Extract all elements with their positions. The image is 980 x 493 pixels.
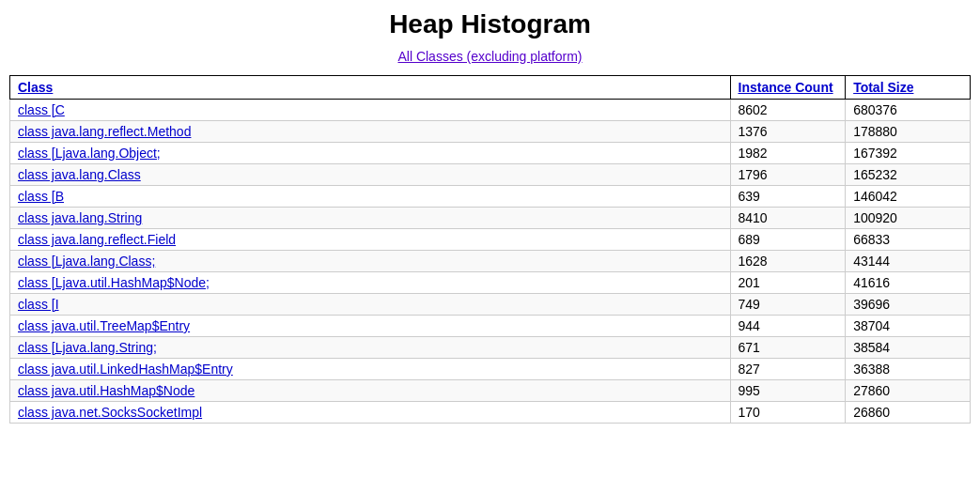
cell-instance-count: 689	[730, 229, 846, 251]
cell-instance-count: 1628	[730, 251, 846, 272]
table-row: class [Ljava.lang.String;67138584	[10, 337, 971, 359]
cell-instance-count: 1796	[730, 164, 846, 186]
class-link[interactable]: class java.lang.reflect.Field	[18, 232, 176, 247]
class-link[interactable]: class [I	[18, 297, 59, 312]
cell-total-size: 146042	[846, 186, 971, 208]
table-row: class [Ljava.lang.Class;162843144	[10, 251, 971, 272]
cell-instance-count: 1982	[730, 143, 846, 164]
cell-class-name: class [Ljava.lang.Object;	[10, 143, 731, 164]
class-link[interactable]: class java.util.TreeMap$Entry	[18, 318, 190, 333]
class-link[interactable]: class java.util.HashMap$Node	[18, 383, 194, 398]
cell-instance-count: 1376	[730, 121, 846, 143]
class-link[interactable]: class java.net.SocksSocketImpl	[18, 405, 202, 420]
page-title: Heap Histogram	[9, 9, 971, 39]
cell-instance-count: 8410	[730, 208, 846, 229]
cell-total-size: 38704	[846, 316, 971, 337]
cell-class-name: class java.lang.String	[10, 208, 731, 229]
cell-class-name: class java.lang.Class	[10, 164, 731, 186]
table-row: class java.util.LinkedHashMap$Entry82736…	[10, 359, 971, 380]
cell-total-size: 41616	[846, 272, 971, 294]
table-row: class [C8602680376	[10, 100, 971, 121]
cell-total-size: 66833	[846, 229, 971, 251]
cell-class-name: class [I	[10, 294, 731, 316]
class-link[interactable]: class [Ljava.lang.Class;	[18, 254, 155, 269]
instance-count-sort-link[interactable]: Instance Count	[739, 80, 833, 95]
cell-instance-count: 671	[730, 337, 846, 359]
class-link[interactable]: class [B	[18, 189, 64, 204]
cell-instance-count: 944	[730, 316, 846, 337]
cell-instance-count: 639	[730, 186, 846, 208]
cell-total-size: 39696	[846, 294, 971, 316]
table-row: class java.lang.String8410100920	[10, 208, 971, 229]
heap-histogram-table: Class Instance Count Total Size class [C…	[9, 75, 971, 424]
cell-class-name: class java.net.SocksSocketImpl	[10, 402, 731, 424]
cell-instance-count: 170	[730, 402, 846, 424]
cell-total-size: 165232	[846, 164, 971, 186]
table-row: class java.net.SocksSocketImpl17026860	[10, 402, 971, 424]
cell-class-name: class java.util.HashMap$Node	[10, 380, 731, 402]
class-link[interactable]: class [Ljava.lang.String;	[18, 340, 157, 355]
cell-total-size: 167392	[846, 143, 971, 164]
cell-total-size: 43144	[846, 251, 971, 272]
cell-total-size: 100920	[846, 208, 971, 229]
table-body: class [C8602680376class java.lang.reflec…	[10, 100, 971, 424]
cell-class-name: class java.util.LinkedHashMap$Entry	[10, 359, 731, 380]
column-header-total-size: Total Size	[846, 76, 971, 100]
class-link[interactable]: class [Ljava.util.HashMap$Node;	[18, 275, 210, 290]
class-sort-link[interactable]: Class	[18, 80, 53, 95]
cell-total-size: 680376	[846, 100, 971, 121]
class-link[interactable]: class [Ljava.lang.Object;	[18, 146, 161, 161]
cell-class-name: class java.lang.reflect.Field	[10, 229, 731, 251]
class-link[interactable]: class [C	[18, 102, 65, 117]
cell-class-name: class [C	[10, 100, 731, 121]
cell-class-name: class java.lang.reflect.Method	[10, 121, 731, 143]
cell-class-name: class [B	[10, 186, 731, 208]
cell-total-size: 26860	[846, 402, 971, 424]
cell-class-name: class java.util.TreeMap$Entry	[10, 316, 731, 337]
class-link[interactable]: class java.lang.String	[18, 210, 142, 225]
cell-total-size: 178880	[846, 121, 971, 143]
table-row: class [B639146042	[10, 186, 971, 208]
filter-link-container: All Classes (excluding platform)	[9, 49, 971, 64]
cell-instance-count: 827	[730, 359, 846, 380]
column-header-class: Class	[10, 76, 731, 100]
class-link[interactable]: class java.util.LinkedHashMap$Entry	[18, 362, 233, 377]
total-size-sort-link[interactable]: Total Size	[853, 80, 913, 95]
table-row: class java.lang.reflect.Field68966833	[10, 229, 971, 251]
cell-total-size: 36388	[846, 359, 971, 380]
column-header-instance-count: Instance Count	[730, 76, 846, 100]
table-row: class [Ljava.lang.Object;1982167392	[10, 143, 971, 164]
cell-total-size: 38584	[846, 337, 971, 359]
table-header-row: Class Instance Count Total Size	[10, 76, 971, 100]
cell-instance-count: 749	[730, 294, 846, 316]
class-link[interactable]: class java.lang.Class	[18, 167, 141, 182]
cell-instance-count: 995	[730, 380, 846, 402]
table-row: class java.lang.Class1796165232	[10, 164, 971, 186]
table-row: class java.util.TreeMap$Entry94438704	[10, 316, 971, 337]
table-row: class [I74939696	[10, 294, 971, 316]
cell-class-name: class [Ljava.lang.Class;	[10, 251, 731, 272]
cell-total-size: 27860	[846, 380, 971, 402]
cell-class-name: class [Ljava.lang.String;	[10, 337, 731, 359]
cell-class-name: class [Ljava.util.HashMap$Node;	[10, 272, 731, 294]
table-row: class [Ljava.util.HashMap$Node;20141616	[10, 272, 971, 294]
table-row: class java.lang.reflect.Method1376178880	[10, 121, 971, 143]
table-row: class java.util.HashMap$Node99527860	[10, 380, 971, 402]
cell-instance-count: 8602	[730, 100, 846, 121]
cell-instance-count: 201	[730, 272, 846, 294]
class-link[interactable]: class java.lang.reflect.Method	[18, 124, 191, 139]
filter-link[interactable]: All Classes (excluding platform)	[397, 49, 582, 64]
